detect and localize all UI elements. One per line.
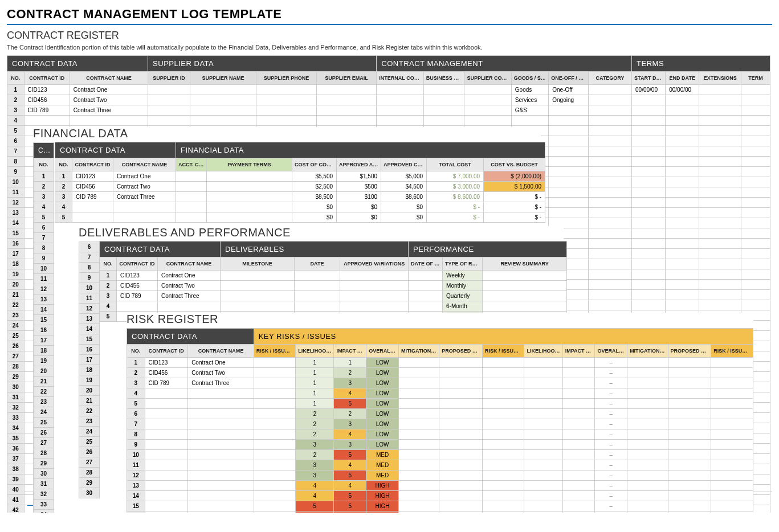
table-cell[interactable] [588,116,631,126]
table-cell[interactable] [340,291,409,301]
table-cell[interactable]: Contract Three [158,291,221,301]
table-cell[interactable] [562,491,595,501]
table-cell[interactable]: 5 [334,491,366,501]
table-cell[interactable] [668,481,711,491]
table-cell[interactable] [439,511,483,513]
table-cell[interactable]: $0 [337,202,381,212]
table-cell[interactable] [145,460,188,470]
table-cell[interactable] [632,269,666,280]
table-cell[interactable] [632,146,666,157]
table-cell[interactable] [668,409,711,419]
table-cell[interactable]: HIGH [366,481,399,491]
table-cell[interactable]: 15 [127,501,145,511]
table-cell[interactable] [666,126,699,136]
table-cell[interactable] [711,491,753,501]
table-cell[interactable]: 12 [127,470,145,481]
table-cell[interactable]: – [595,450,627,460]
table-cell[interactable] [668,460,711,470]
table-cell[interactable]: 2 [334,368,366,378]
table-cell[interactable]: CID123 [117,271,158,281]
table-cell[interactable] [741,259,770,269]
table-cell[interactable] [398,450,439,460]
table-cell[interactable] [148,85,190,95]
table-cell[interactable] [588,269,631,280]
table-cell[interactable] [668,388,711,399]
table-cell[interactable] [668,470,711,481]
table-cell[interactable]: 2 [296,450,334,460]
table-cell[interactable] [627,368,668,378]
table-cell[interactable] [741,249,770,259]
table-cell[interactable] [741,239,770,249]
table-cell[interactable] [666,300,699,310]
table-cell[interactable] [588,228,631,239]
table-cell[interactable] [377,85,423,95]
table-cell[interactable] [188,409,254,419]
table-cell[interactable]: CID 789 [24,105,70,116]
table-cell[interactable] [145,450,188,460]
table-cell[interactable] [398,388,439,399]
table-cell[interactable]: HIGH [366,491,399,501]
table-cell[interactable] [207,212,292,223]
table-cell[interactable]: 4 [334,460,366,470]
table-cell[interactable]: 20 [7,280,25,290]
table-cell[interactable]: CID123 [145,358,188,368]
table-cell[interactable] [145,429,188,440]
table-cell[interactable] [741,116,770,126]
table-cell[interactable] [482,491,524,501]
table-cell[interactable] [699,126,741,136]
table-cell[interactable] [549,126,589,136]
table-cell[interactable] [482,399,524,409]
table-cell[interactable] [524,358,562,368]
table-cell[interactable]: 35 [7,433,25,444]
table-cell[interactable] [190,85,256,95]
table-cell[interactable] [256,95,317,105]
table-cell[interactable] [666,116,699,126]
table-cell[interactable]: 2 [334,409,366,419]
table-cell[interactable] [699,177,741,187]
table-cell[interactable]: 5 [100,312,117,322]
table-cell[interactable]: $5,000 [381,171,427,182]
table-cell[interactable] [741,177,770,187]
table-cell[interactable] [549,177,589,187]
table-cell[interactable] [632,105,666,116]
table-cell[interactable]: – [595,511,627,513]
table-cell[interactable] [145,419,188,429]
table-cell[interactable] [439,450,483,460]
table-cell[interactable]: LOW [366,429,399,440]
table-cell[interactable]: $ 8,600.00 [427,192,484,202]
table-cell[interactable] [741,95,770,105]
table-cell[interactable]: 2 [296,409,334,419]
table-cell[interactable]: Contract Three [113,192,176,202]
table-cell[interactable]: Contract One [188,358,254,368]
table-cell[interactable] [711,368,753,378]
table-cell[interactable]: – [595,491,627,501]
table-cell[interactable] [632,116,666,126]
table-cell[interactable] [439,378,483,388]
table-cell[interactable]: $100 [337,192,381,202]
table-cell[interactable] [588,218,631,228]
table-cell[interactable] [588,290,631,300]
table-cell[interactable] [145,470,188,481]
table-cell[interactable]: MED [366,450,399,460]
table-cell[interactable] [711,358,753,368]
table-cell[interactable] [254,368,296,378]
table-cell[interactable] [423,95,464,105]
table-cell[interactable] [524,470,562,481]
table-cell[interactable] [316,116,377,126]
table-cell[interactable]: $8,500 [292,192,337,202]
table-cell[interactable] [254,378,296,388]
table-cell[interactable] [176,202,207,212]
table-cell[interactable]: $500 [337,182,381,192]
table-cell[interactable] [145,399,188,409]
table-cell[interactable]: CID123 [24,85,70,95]
table-cell[interactable] [254,491,296,501]
table-cell[interactable] [666,95,699,105]
table-cell[interactable]: 16 [7,239,25,249]
table-cell[interactable]: Quarterly [443,291,483,301]
table-cell[interactable]: 18 [7,259,25,269]
table-cell[interactable] [524,419,562,429]
table-cell[interactable] [483,301,567,312]
table-cell[interactable]: Monthly [443,281,483,291]
table-cell[interactable] [699,116,741,126]
table-cell[interactable]: $1,500 [337,171,381,182]
